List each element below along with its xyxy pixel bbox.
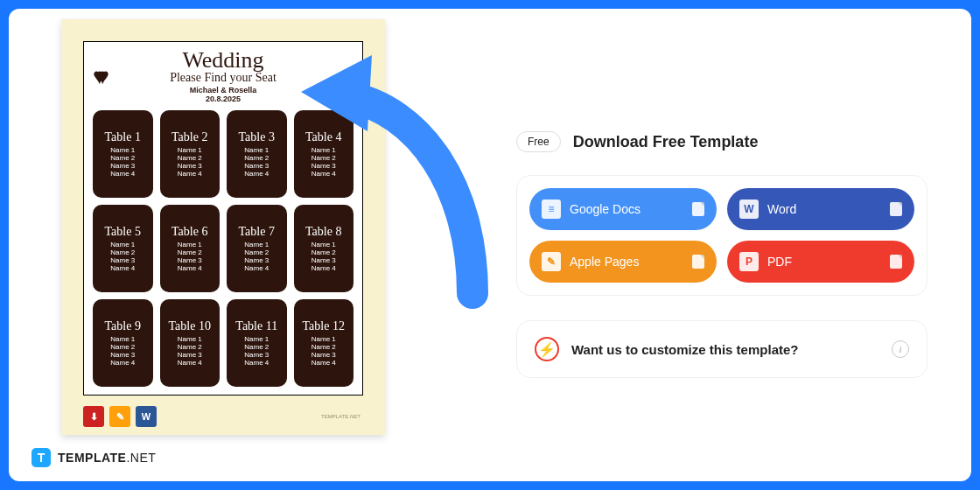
table-title: Table 3 xyxy=(239,130,275,144)
guest-name: Name 1 xyxy=(244,146,269,154)
guest-name: Name 3 xyxy=(312,256,336,264)
table-cell: Table 5Name 1Name 2Name 3Name 4 xyxy=(93,205,153,292)
guest-name: Name 1 xyxy=(312,241,336,248)
file-icon xyxy=(692,255,704,269)
table-title: Table 12 xyxy=(303,319,345,333)
guest-name: Name 1 xyxy=(110,335,135,343)
guest-name: Name 2 xyxy=(178,248,202,256)
guest-name: Name 2 xyxy=(244,248,269,256)
table-cell: Table 8Name 1Name 2Name 3Name 4 xyxy=(294,205,354,292)
guest-name: Name 4 xyxy=(244,170,269,178)
guest-name: Name 4 xyxy=(312,359,336,367)
guest-name: Name 4 xyxy=(110,359,135,367)
pages-icon: ✎ xyxy=(542,252,561,271)
table-cell: Table 2Name 1Name 2Name 3Name 4 xyxy=(160,110,220,198)
download-button-label: Apple Pages xyxy=(570,255,639,269)
guest-name: Name 3 xyxy=(110,256,135,264)
preview-title: Wedding xyxy=(109,49,337,72)
info-icon[interactable]: i xyxy=(892,340,909,358)
watermark: TEMPLATE.NET xyxy=(321,414,360,419)
table-title: Table 6 xyxy=(172,225,207,239)
preview-date: 20.8.2025 xyxy=(109,94,337,103)
hearts-icon: ♥♥ xyxy=(93,63,99,90)
guest-name: Name 2 xyxy=(110,248,135,256)
preview-names: Michael & Rosella xyxy=(109,86,337,94)
preview-header: ♥♥ Wedding Please Find your Seat Michael… xyxy=(93,49,354,103)
guest-name: Name 4 xyxy=(178,170,202,178)
table-title: Table 2 xyxy=(172,130,207,144)
brand-name: TEMPLATE.NET xyxy=(58,451,156,465)
download-gdocs-button[interactable]: ≡Google Docs xyxy=(529,188,717,230)
table-cell: Table 10Name 1Name 2Name 3Name 4 xyxy=(160,299,220,387)
guest-name: Name 3 xyxy=(312,162,336,170)
table-title: Table 5 xyxy=(105,225,141,239)
pdf-badge-icon: ⬇ xyxy=(83,406,104,427)
table-title: Table 7 xyxy=(239,225,275,239)
guest-name: Name 2 xyxy=(178,154,202,162)
guest-name: Name 3 xyxy=(244,162,269,170)
table-cell: Table 12Name 1Name 2Name 3Name 4 xyxy=(294,299,354,387)
app-frame: ♥♥ Wedding Please Find your Seat Michael… xyxy=(9,9,971,481)
seating-grid: Table 1Name 1Name 2Name 3Name 4Table 2Na… xyxy=(93,110,354,387)
download-pdf-button[interactable]: PPDF xyxy=(727,241,914,283)
guest-name: Name 4 xyxy=(244,264,269,272)
guest-name: Name 2 xyxy=(312,248,336,256)
customize-prompt[interactable]: ⚡ Want us to customize this template? i xyxy=(516,320,928,378)
file-icon xyxy=(890,202,902,216)
table-cell: Table 9Name 1Name 2Name 3Name 4 xyxy=(93,299,153,387)
table-title: Table 1 xyxy=(105,130,141,144)
guest-name: Name 1 xyxy=(312,335,336,343)
guest-name: Name 3 xyxy=(178,162,202,170)
guest-name: Name 3 xyxy=(110,351,135,359)
download-panel: Free Download Free Template ≡Google Docs… xyxy=(516,131,928,378)
brand-footer[interactable]: T TEMPLATE.NET xyxy=(32,448,156,467)
table-cell: Table 4Name 1Name 2Name 3Name 4 xyxy=(294,110,354,198)
table-title: Table 11 xyxy=(235,319,277,333)
guest-name: Name 2 xyxy=(312,154,336,162)
download-button-label: Google Docs xyxy=(570,202,640,216)
bolt-icon: ⚡ xyxy=(535,337,559,361)
table-title: Table 4 xyxy=(305,130,341,144)
guest-name: Name 2 xyxy=(110,343,135,351)
table-title: Table 10 xyxy=(169,319,211,333)
table-title: Table 8 xyxy=(305,225,341,239)
table-cell: Table 7Name 1Name 2Name 3Name 4 xyxy=(227,205,287,292)
guest-name: Name 4 xyxy=(178,264,202,272)
file-icon xyxy=(890,255,902,269)
guest-name: Name 3 xyxy=(244,256,269,264)
preview-card: ♥♥ Wedding Please Find your Seat Michael… xyxy=(83,41,363,396)
template-preview[interactable]: ♥♥ Wedding Please Find your Seat Michael… xyxy=(61,19,385,435)
file-icon xyxy=(692,202,704,216)
preview-subtitle: Please Find your Seat xyxy=(109,72,337,84)
guest-name: Name 1 xyxy=(110,146,135,154)
download-word-button[interactable]: WWord xyxy=(727,188,914,230)
document-icon: ≡ xyxy=(542,200,561,219)
customize-text: Want us to customize this template? xyxy=(571,342,798,357)
guest-name: Name 1 xyxy=(178,146,202,154)
download-buttons-box: ≡Google DocsWWord✎Apple PagesPPDF xyxy=(516,175,928,296)
guest-name: Name 4 xyxy=(178,359,202,367)
table-cell: Table 11Name 1Name 2Name 3Name 4 xyxy=(227,299,287,387)
guest-name: Name 3 xyxy=(178,256,202,264)
download-button-label: Word xyxy=(767,202,796,216)
download-pages-button[interactable]: ✎Apple Pages xyxy=(529,241,717,283)
word-badge-icon: W xyxy=(136,406,157,427)
guest-name: Name 4 xyxy=(110,264,135,272)
table-title: Table 9 xyxy=(105,319,141,333)
brand-main: TEMPLATE xyxy=(58,451,126,465)
word-icon: W xyxy=(739,200,759,219)
free-badge: Free xyxy=(516,131,561,152)
guest-name: Name 4 xyxy=(110,170,135,178)
brand-logo-icon: T xyxy=(32,448,51,467)
guest-name: Name 3 xyxy=(110,162,135,170)
guest-name: Name 3 xyxy=(244,351,269,359)
guest-name: Name 2 xyxy=(178,343,202,351)
brand-tld: .NET xyxy=(126,451,156,465)
pdf-icon: P xyxy=(739,252,759,271)
guest-name: Name 1 xyxy=(178,241,202,248)
guest-name: Name 2 xyxy=(244,154,269,162)
table-cell: Table 3Name 1Name 2Name 3Name 4 xyxy=(227,110,287,198)
pages-badge-icon: ✎ xyxy=(109,406,130,427)
panel-header: Free Download Free Template xyxy=(516,131,928,152)
guest-name: Name 2 xyxy=(110,154,135,162)
